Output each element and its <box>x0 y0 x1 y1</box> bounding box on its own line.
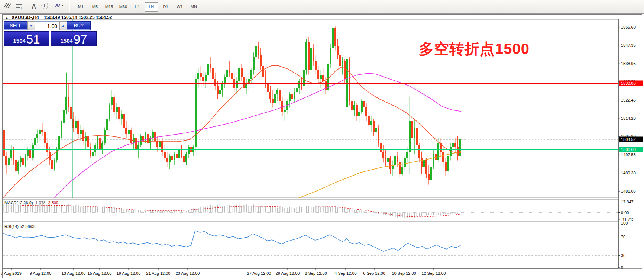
price-axis-label: 1497.55 <box>621 152 636 157</box>
bid-price-small: 1504 <box>13 38 25 44</box>
price-axis-label: 1489.30 <box>621 171 636 175</box>
date-axis-label: 12 Sep 12:00 <box>421 271 446 276</box>
date-axis-label: 10 Sep 12:00 <box>392 271 416 276</box>
date-axis-label: 7 Aug 2019 <box>1 271 22 276</box>
rsi-axis-label: 100 <box>621 221 628 225</box>
date-axis-label: 23 Aug 12:00 <box>176 271 200 276</box>
price-axis-label: 1514.20 <box>621 116 636 120</box>
price-axis-label: 1555.60 <box>621 25 636 29</box>
sell-button[interactable]: SELL <box>4 21 27 30</box>
price-axis-label: 1481.05 <box>621 189 636 193</box>
date-axis-label: 6 Sep 12:00 <box>363 271 385 276</box>
volume-increase-button[interactable]: ▲ <box>59 21 67 30</box>
date-axis-label: 29 Aug 12:00 <box>276 271 300 276</box>
buy-button[interactable]: BUY <box>67 21 91 30</box>
price-axis-label: 1538.95 <box>621 61 636 66</box>
ask-price-big: 97 <box>74 33 87 45</box>
chart-annotation-text: 多空转折点1500 <box>419 39 530 59</box>
macd-signal-value: -2.509 <box>47 200 58 205</box>
ask-price-box[interactable]: 1504 97 <box>51 31 97 46</box>
symbol-title: XAUUSD-,H4 <box>12 15 39 20</box>
price-badge: 1530.00 <box>619 81 643 86</box>
rsi-axis-label: 0 <box>621 265 623 270</box>
bid-price-box[interactable]: 1504 51 <box>4 31 49 46</box>
rsi-label: RSI(14) 52.3693 <box>4 224 35 229</box>
price-badge: 1504.52 <box>619 137 643 142</box>
date-axis-label: 4 Sep 12:00 <box>334 271 356 276</box>
bid-price-big: 51 <box>26 33 40 45</box>
collapse-arrow-icon[interactable]: ▲ <box>5 16 9 20</box>
date-axis-label: 19 Aug 12:00 <box>117 271 141 276</box>
macd-label: MACD(12,26,9) -1.978 -2.509 <box>4 200 58 205</box>
volume-input[interactable] <box>35 21 59 30</box>
date-axis-label: 13 Aug 12:00 <box>62 271 86 276</box>
ohlc-values: 1503.49 1505.14 1502.25 1504.52 <box>44 15 112 20</box>
macd-main-value: -1.978 <box>34 200 45 205</box>
date-axis-label: 21 Aug 12:00 <box>146 271 171 276</box>
date-axis-label: 2 Sep 12:00 <box>305 271 327 276</box>
ask-price-small: 1504 <box>60 38 72 44</box>
date-axis-label: 27 Aug 12:00 <box>247 271 271 276</box>
price-badge: 1500.00 <box>619 147 643 152</box>
one-click-trading-panel: SELL ▼ ▲ BUY 1504 51 1504 97 <box>4 21 97 46</box>
price-axis-label: 1522.45 <box>621 98 636 102</box>
volume-decrease-button[interactable]: ▼ <box>27 21 35 30</box>
date-axis-label: 9 Aug 12:00 <box>30 271 52 276</box>
price-axis-label: 1547.35 <box>621 43 636 48</box>
macd-axis-label: 0.00 <box>621 210 629 215</box>
macd-axis-label: 17.847 <box>621 200 634 204</box>
rsi-axis-label: 30 <box>621 253 625 258</box>
rsi-axis-label: 70 <box>621 235 625 239</box>
chart-header: ▲ XAUUSD-,H4 1503.49 1505.14 1502.25 150… <box>5 15 112 20</box>
date-axis-label: 15 Aug 12:00 <box>88 271 112 276</box>
